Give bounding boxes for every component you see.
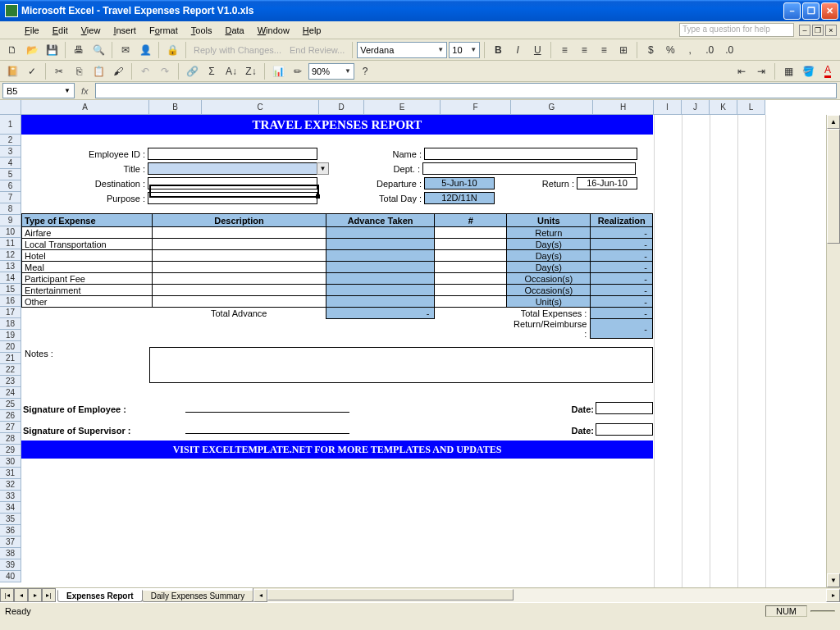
research-icon[interactable]: 📔	[3, 62, 21, 80]
paste-icon[interactable]: 📋	[89, 62, 107, 80]
row-header-39[interactable]: 39	[0, 559, 21, 571]
row-header-26[interactable]: 26	[0, 410, 21, 422]
tab-prev-icon[interactable]: ◂	[14, 588, 28, 602]
row-header-16[interactable]: 16	[0, 295, 21, 307]
title-field[interactable]	[148, 162, 317, 175]
fx-icon[interactable]: fx	[75, 86, 95, 96]
save-icon[interactable]: 💾	[43, 41, 61, 59]
font-combo[interactable]: Verdana▼	[357, 42, 447, 58]
cell-hash[interactable]	[435, 296, 507, 308]
row-header-5[interactable]: 5	[0, 169, 21, 180]
row-header-24[interactable]: 24	[0, 387, 21, 399]
row-header-23[interactable]: 23	[0, 376, 21, 387]
vertical-scrollbar[interactable]: ▲ ▼	[826, 115, 840, 587]
align-left-icon[interactable]: ≡	[555, 41, 573, 59]
cell-hash[interactable]	[435, 262, 507, 273]
menu-file[interactable]: File	[18, 24, 46, 37]
row-header-10[interactable]: 10	[0, 226, 21, 238]
recipient-icon[interactable]: 👤	[136, 41, 154, 59]
scroll-up-icon[interactable]: ▲	[827, 115, 840, 129]
row-header-34[interactable]: 34	[0, 502, 21, 514]
menu-data[interactable]: Data	[218, 24, 250, 37]
cell-type[interactable]: Local Transportation	[22, 239, 153, 250]
row-header-18[interactable]: 18	[0, 318, 21, 330]
tab-first-icon[interactable]: |◂	[0, 588, 14, 602]
minimize-button[interactable]: –	[783, 2, 801, 20]
tab-expenses-report[interactable]: Expenses Report	[57, 590, 143, 602]
row-header-14[interactable]: 14	[0, 272, 21, 284]
employee-id-field[interactable]	[148, 148, 317, 160]
col-header-g[interactable]: G	[511, 100, 593, 115]
spelling-icon[interactable]: ✓	[23, 62, 41, 80]
sig-sup-date-field[interactable]	[596, 423, 653, 436]
menu-help[interactable]: Help	[296, 24, 328, 37]
return-field[interactable]: 16-Jun-10	[577, 177, 637, 189]
cell-desc[interactable]	[153, 239, 326, 250]
cell-advance[interactable]	[326, 273, 435, 285]
row-header-28[interactable]: 28	[0, 433, 21, 445]
row-header-15[interactable]: 15	[0, 284, 21, 295]
align-center-icon[interactable]: ≡	[575, 41, 593, 59]
row-header-19[interactable]: 19	[0, 330, 21, 341]
row-header-2[interactable]: 2	[0, 135, 21, 146]
col-header-l[interactable]: L	[737, 100, 765, 115]
print-icon[interactable]: 🖶	[70, 41, 88, 59]
menu-insert[interactable]: Insert	[107, 24, 143, 37]
cells-area[interactable]: TRAVEL EXPENSES REPORT Employee ID : Nam…	[21, 115, 825, 587]
row-header-27[interactable]: 27	[0, 422, 21, 433]
cell-advance[interactable]	[326, 285, 435, 296]
row-header-29[interactable]: 29	[0, 445, 21, 456]
copy-icon[interactable]: ⎘	[70, 62, 88, 80]
row-header-1[interactable]: 1	[0, 115, 21, 135]
cell-type[interactable]: Other	[22, 296, 153, 308]
cell-desc[interactable]	[153, 296, 326, 308]
currency-icon[interactable]: $	[641, 41, 660, 59]
hscroll-thumb[interactable]	[267, 589, 514, 600]
cell-advance[interactable]	[326, 227, 435, 239]
help-icon[interactable]: ?	[356, 62, 374, 80]
dropdown-icon[interactable]: ▼	[317, 162, 329, 175]
borders-icon[interactable]: ▦	[779, 62, 797, 80]
cell-hash[interactable]	[435, 250, 507, 262]
col-header-k[interactable]: K	[710, 100, 737, 115]
cell-hash[interactable]	[435, 285, 507, 296]
undo-icon[interactable]: ↶	[136, 62, 154, 80]
hyperlink-icon[interactable]: 🔗	[183, 62, 201, 80]
new-icon[interactable]: 🗋	[3, 41, 21, 59]
font-size-combo[interactable]: 10▼	[449, 42, 480, 58]
col-header-c[interactable]: C	[202, 100, 319, 115]
menu-format[interactable]: Format	[143, 24, 185, 37]
redo-icon[interactable]: ↷	[156, 62, 174, 80]
dept-field[interactable]	[422, 162, 636, 175]
cell-desc[interactable]	[153, 273, 326, 285]
menu-edit[interactable]: Edit	[46, 24, 75, 37]
cell-advance[interactable]	[326, 239, 435, 250]
row-header-38[interactable]: 38	[0, 548, 21, 559]
sig-emp-date-field[interactable]	[596, 402, 653, 414]
tab-daily-summary[interactable]: Daily Expenses Summary	[142, 591, 253, 602]
chart-icon[interactable]: 📊	[269, 62, 287, 80]
underline-icon[interactable]: U	[528, 41, 546, 59]
col-header-j[interactable]: J	[682, 100, 710, 115]
row-header-25[interactable]: 25	[0, 399, 21, 410]
row-header-40[interactable]: 40	[0, 571, 21, 582]
decrease-decimal-icon[interactable]: .0	[720, 41, 738, 59]
menu-view[interactable]: View	[75, 24, 107, 37]
row-header-3[interactable]: 3	[0, 146, 21, 158]
row-header-13[interactable]: 13	[0, 261, 21, 272]
close-button[interactable]: ✕	[821, 2, 838, 20]
cell-hash[interactable]	[435, 239, 507, 250]
cell-type[interactable]: Entertainment	[22, 285, 153, 296]
notes-field[interactable]	[149, 347, 653, 383]
select-all-corner[interactable]	[0, 100, 21, 115]
row-header-7[interactable]: 7	[0, 192, 21, 203]
row-header-6[interactable]: 6	[0, 180, 21, 192]
row-header-22[interactable]: 22	[0, 364, 21, 376]
cell-desc[interactable]	[153, 227, 326, 239]
name-box[interactable]: B5▼	[2, 83, 75, 98]
departure-field[interactable]: 5-Jun-10	[424, 177, 495, 189]
destination-field[interactable]	[148, 177, 317, 189]
autosum-icon[interactable]: Σ	[203, 62, 221, 80]
percent-icon[interactable]: %	[661, 41, 679, 59]
cell-type[interactable]: Airfare	[22, 227, 153, 239]
